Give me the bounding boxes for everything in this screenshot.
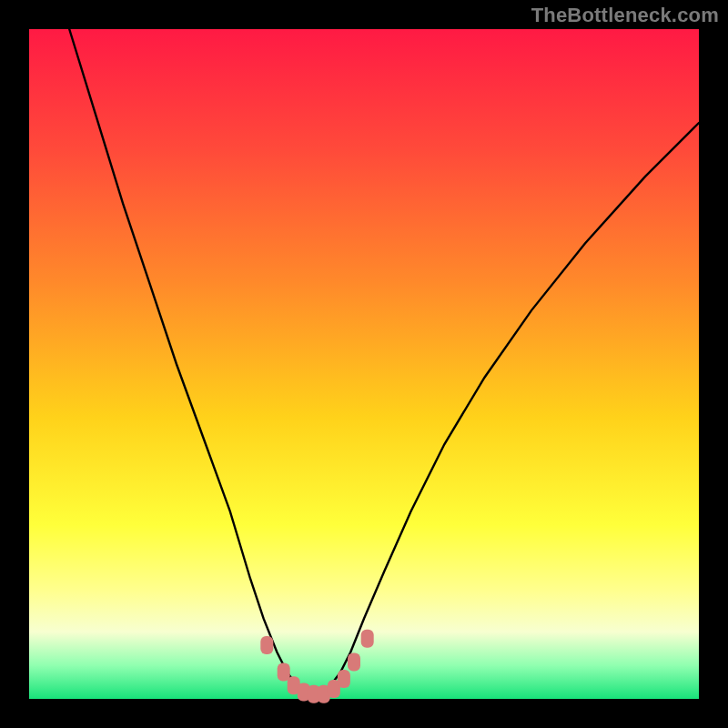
outer-frame: TheBottleneck.com xyxy=(0,0,728,728)
chart-svg xyxy=(29,29,699,699)
plot-area xyxy=(29,29,699,699)
marker-dot xyxy=(278,663,290,682)
marker-dot xyxy=(361,630,374,648)
marker-dot xyxy=(348,653,360,672)
bottom-markers-group xyxy=(260,630,373,703)
bottleneck-curve xyxy=(69,29,699,695)
marker-dot xyxy=(338,670,350,688)
marker-dot xyxy=(260,636,273,654)
watermark-text: TheBottleneck.com xyxy=(531,4,719,27)
